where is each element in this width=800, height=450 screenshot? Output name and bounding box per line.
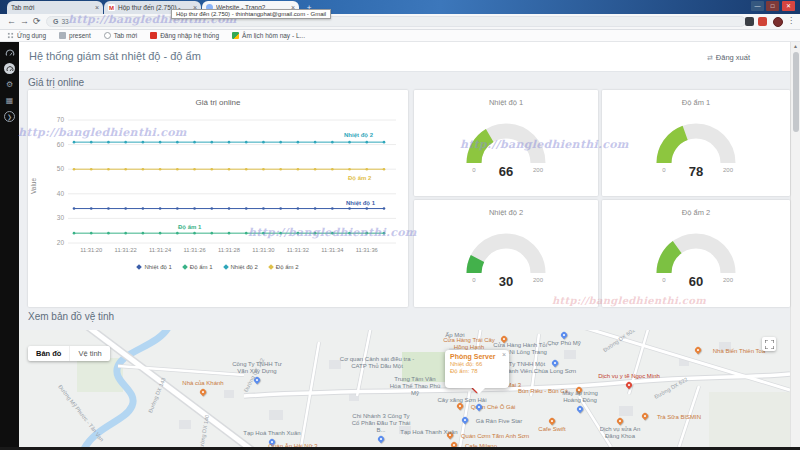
- app-sidebar: ⚙ ▦ ❯: [0, 42, 19, 450]
- window-close-button[interactable]: ✕: [782, 1, 795, 11]
- map-label[interactable]: Máy ấp trứng Hoàng Đông: [557, 390, 603, 404]
- bookmark-present[interactable]: present: [59, 32, 91, 39]
- address-bar[interactable]: G 33: [46, 16, 746, 27]
- data-point: [90, 141, 93, 144]
- data-point: [193, 232, 196, 235]
- back-icon[interactable]: ←: [7, 16, 16, 26]
- data-point: [365, 168, 368, 171]
- map-label[interactable]: Dịch vụ sửa An Đăng Khoa: [595, 426, 645, 440]
- legend-item[interactable]: Độ ẩm 2: [269, 264, 299, 270]
- map-label[interactable]: Chi Nhánh 3 Công Ty Cổ Phần Đầu Tư Thái …: [349, 413, 413, 434]
- gauge-card[interactable]: Độ ẩm 1020078: [602, 90, 790, 196]
- data-point: [348, 168, 351, 171]
- browser-tab-newtab[interactable]: Tab mới ×: [7, 1, 103, 14]
- data-point: [314, 141, 317, 144]
- map-label[interactable]: Tạp Hoá Thanh Xuân: [239, 430, 305, 437]
- tab-close-icon[interactable]: ×: [95, 4, 99, 11]
- data-point: [228, 207, 231, 210]
- data-point: [176, 207, 179, 210]
- map-label[interactable]: Cafe Milano: [460, 443, 502, 447]
- y-tick-label: 60: [57, 141, 65, 148]
- table-icon[interactable]: ▦: [4, 95, 15, 106]
- map-label[interactable]: Quán Chè Ô Gái: [466, 404, 520, 411]
- data-point: [107, 207, 110, 210]
- map-type-satellite-button[interactable]: Vệ tinh: [69, 346, 109, 361]
- online-values-chart-card[interactable]: Giá trị online 706050403020Value11:31:20…: [28, 90, 408, 307]
- gauge-title: Độ ẩm 2: [602, 200, 790, 217]
- info-window-title: Phòng Server: [450, 353, 504, 360]
- apps-grid-icon: [7, 32, 14, 39]
- data-point: [73, 141, 76, 144]
- data-point: [262, 141, 265, 144]
- gauge-card[interactable]: Độ ẩm 2020060: [602, 200, 790, 307]
- gauge-chart: 020078: [621, 109, 771, 179]
- data-point: [90, 207, 93, 210]
- map-label[interactable]: Chợ Phú Mỹ: [544, 340, 584, 347]
- extension-icon[interactable]: [758, 17, 767, 26]
- gauge-min-label: 0: [662, 277, 666, 283]
- x-tick-label: 11:31:36: [356, 247, 378, 253]
- data-point: [228, 232, 231, 235]
- profile-avatar[interactable]: [773, 17, 783, 27]
- gauge-card[interactable]: Nhiệt độ 1020066: [414, 90, 598, 196]
- forward-icon[interactable]: →: [20, 16, 29, 26]
- map-label[interactable]: Cafe Swift: [534, 426, 570, 433]
- data-point: [124, 141, 127, 144]
- address-count: 33: [61, 18, 68, 25]
- x-tick-label: 11:31:32: [287, 247, 309, 253]
- scrollbar-up-arrow-icon[interactable]: ▲: [791, 43, 800, 49]
- map-label[interactable]: Gà Rán Five Star: [471, 418, 527, 425]
- bookmark-login-system[interactable]: Đăng nhập hệ thống: [150, 32, 219, 39]
- scrollbar-thumb[interactable]: [793, 52, 799, 132]
- gauge-chart: 020066: [431, 109, 581, 179]
- data-point: [176, 168, 179, 171]
- x-tick-label: 11:31:26: [183, 247, 205, 253]
- map-label[interactable]: Chùa Long Sơn: [530, 368, 580, 375]
- legend-marker-icon: [182, 264, 188, 270]
- extension-icon[interactable]: [745, 17, 754, 26]
- data-point: [142, 207, 145, 210]
- data-point: [228, 141, 231, 144]
- map-label[interactable]: Nhà của Khánh: [178, 380, 228, 387]
- legend-item[interactable]: Độ ẩm 1: [183, 264, 213, 270]
- google-map[interactable]: Bản đồ Vệ tinh Cửa Hàng Trái Cây Hồng Hạ…: [19, 330, 790, 447]
- reload-icon[interactable]: ⟳: [33, 16, 41, 26]
- gauge-card[interactable]: Nhiệt độ 2020030: [414, 200, 598, 307]
- gauge-min-label: 0: [662, 167, 666, 173]
- app-header: Hệ thống giám sát nhiệt độ - độ ẩm ⇄ Đăn…: [19, 42, 790, 72]
- data-point: [383, 207, 386, 210]
- gauge-min-label: 0: [472, 277, 476, 283]
- map-label[interactable]: Trà Sữa BISMIN: [651, 414, 707, 421]
- window-minimize-button[interactable]: —: [751, 1, 764, 11]
- legend-item[interactable]: Nhiệt độ 1: [137, 264, 171, 270]
- legend-item[interactable]: Nhiệt độ 2: [224, 264, 258, 270]
- chart-legend: Nhiệt độ 1Độ ẩm 1Nhiệt độ 2Độ ẩm 2: [28, 264, 408, 270]
- logout-button[interactable]: ⇄ Đăng xuất: [707, 53, 750, 62]
- data-point: [193, 141, 196, 144]
- map-label[interactable]: Dịch vụ y tế Ngọc Minh: [593, 373, 665, 380]
- bookmark-lunar-calendar[interactable]: Âm lịch hôm nay - L...: [232, 32, 305, 39]
- bookmark-newtab[interactable]: Tab mới: [104, 32, 137, 39]
- data-point: [348, 207, 351, 210]
- data-point: [159, 232, 162, 235]
- dashboard-active-icon[interactable]: [4, 63, 15, 74]
- info-window-close-icon[interactable]: ×: [502, 351, 506, 358]
- data-point: [365, 141, 368, 144]
- bookmark-apps[interactable]: Ứng dụng: [7, 32, 46, 39]
- line-chart[interactable]: 706050403020Value11:31:2011:31:2211:31:2…: [28, 108, 406, 258]
- data-point: [73, 168, 76, 171]
- map-label: Cây xăng Sơn Hải: [434, 397, 490, 404]
- browser-menu-icon[interactable]: ⋮: [787, 16, 795, 25]
- page-scrollbar[interactable]: ▲: [790, 42, 800, 447]
- data-point: [176, 141, 179, 144]
- map-fullscreen-button[interactable]: [762, 337, 776, 351]
- dashboard-gauge-icon[interactable]: [4, 47, 15, 58]
- logout-icon: ⇄: [707, 54, 713, 62]
- map-label[interactable]: Quán Cơm Tấm Anh Sơn: [456, 433, 534, 440]
- collapse-chevron-icon[interactable]: ❯: [4, 111, 15, 122]
- data-point: [314, 207, 317, 210]
- map-type-map-button[interactable]: Bản đồ: [28, 346, 69, 361]
- data-point: [73, 232, 76, 235]
- settings-gear-icon[interactable]: ⚙: [4, 79, 15, 90]
- window-maximize-button[interactable]: □: [766, 1, 779, 11]
